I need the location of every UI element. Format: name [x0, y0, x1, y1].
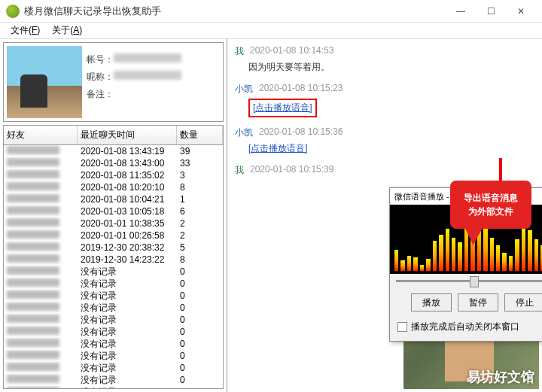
menu-file[interactable]: 文件(F)	[5, 23, 46, 38]
table-row[interactable]: 没有记录0	[4, 314, 223, 326]
friend-list: 好友 最近聊天时间 数量 2020-01-08 13:43:19392020-0…	[3, 125, 224, 389]
callout-line2: 为外部文件	[464, 205, 518, 218]
col-friend[interactable]: 好友	[4, 126, 78, 144]
message-time: 2020-01-08 10:15:23	[259, 83, 343, 96]
table-row[interactable]: 没有记录0	[4, 290, 223, 302]
table-row[interactable]: 2020-01-08 11:35:023	[4, 169, 223, 181]
chat-message: 小凯2020-01-08 10:15:36[点击播放语音]	[235, 126, 534, 158]
table-row[interactable]: 没有记录0	[4, 350, 223, 362]
table-row[interactable]: 没有记录0	[4, 338, 223, 350]
chat-message: 小凯2020-01-08 10:15:23[点击播放语音]	[235, 83, 534, 120]
sender-name: 小凯	[235, 83, 253, 96]
callout-bubble: 导出语音消息 为外部文件	[450, 181, 531, 229]
table-row[interactable]: 2020-01-08 13:43:0033	[4, 157, 223, 169]
auto-close-label: 播放完成后自动关闭本窗口	[411, 321, 519, 333]
app-logo-icon	[6, 5, 20, 18]
play-button[interactable]: 播放	[411, 293, 452, 311]
menu-about[interactable]: 关于(A)	[46, 23, 88, 38]
voice-play-link[interactable]: [点击播放语音]	[248, 143, 308, 153]
message-time: 2020-01-08 10:15:36	[259, 126, 343, 139]
table-row[interactable]: 没有记录0	[4, 386, 223, 389]
table-row[interactable]: 没有记录0	[4, 302, 223, 314]
auto-close-checkbox[interactable]	[397, 322, 407, 332]
progress-slider[interactable]	[390, 274, 542, 287]
menubar: 文件(F) 关于(A)	[0, 23, 542, 39]
table-row[interactable]: 2020-01-01 00:26:582	[4, 229, 223, 242]
chat-message: 我2020-01-08 10:14:53因为明天要等着用。	[235, 45, 534, 77]
sender-name: 小凯	[235, 126, 253, 139]
sender-name: 我	[235, 45, 244, 58]
table-row[interactable]: 2019-12-30 20:38:325	[4, 242, 223, 254]
message-time: 2020-01-08 10:14:53	[250, 45, 333, 58]
minimize-button[interactable]: —	[446, 1, 476, 22]
table-row[interactable]: 2020-01-08 10:20:108	[4, 181, 223, 193]
left-pane: 帐号： 昵称： 备注： 好友 最近聊天时间 数量 2020-01-08 13:4…	[0, 39, 227, 392]
pause-button[interactable]: 暂停	[458, 293, 498, 311]
message-time: 2020-01-08 10:15:39	[250, 164, 333, 177]
avatar	[7, 46, 82, 118]
account-value	[114, 53, 181, 62]
table-row[interactable]: 2020-01-01 10:38:352	[4, 217, 223, 229]
nickname-value	[114, 71, 181, 80]
stop-button[interactable]: 停止	[504, 293, 542, 311]
callout-line1: 导出语音消息	[464, 191, 518, 205]
voice-play-link[interactable]: [点击播放语音]	[253, 102, 312, 113]
watermark: 易坊好文馆	[467, 368, 534, 386]
memo-label: 备注：	[87, 88, 114, 101]
table-row[interactable]: 2019-12-30 14:23:228	[4, 254, 223, 266]
table-row[interactable]: 没有记录0	[4, 374, 223, 386]
chat-pane: 我2020-01-08 10:14:53因为明天要等着用。小凯2020-01-0…	[227, 39, 542, 392]
account-label: 帐号：	[87, 53, 114, 66]
table-row[interactable]: 没有记录0	[4, 362, 223, 374]
profile-box: 帐号： 昵称： 备注：	[3, 42, 224, 122]
col-time[interactable]: 最近聊天时间	[78, 126, 177, 144]
sender-name: 我	[235, 164, 244, 177]
message-body: 因为明天要等着用。	[235, 58, 534, 77]
window-buttons: — ☐ ✕	[446, 1, 536, 22]
col-count[interactable]: 数量	[177, 126, 223, 144]
titlebar: 楼月微信聊天记录导出恢复助手 — ☐ ✕	[0, 0, 542, 23]
app-title: 楼月微信聊天记录导出恢复助手	[24, 5, 446, 18]
close-button[interactable]: ✕	[506, 1, 536, 22]
nickname-label: 昵称：	[87, 71, 114, 84]
table-row[interactable]: 没有记录0	[4, 326, 223, 338]
table-row[interactable]: 没有记录0	[4, 278, 223, 290]
table-row[interactable]: 没有记录0	[4, 266, 223, 278]
maximize-button[interactable]: ☐	[476, 1, 506, 22]
table-row[interactable]: 2020-01-08 10:04:211	[4, 193, 223, 205]
friend-list-header: 好友 最近聊天时间 数量	[4, 126, 223, 145]
table-row[interactable]: 2020-01-03 10:05:186	[4, 205, 223, 217]
table-row[interactable]: 2020-01-08 13:43:1939	[4, 145, 223, 157]
